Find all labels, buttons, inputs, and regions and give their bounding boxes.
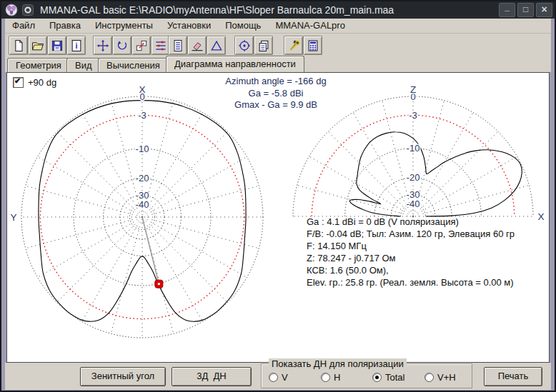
info-ga: Ga : 4.1 dBi = 0 dB (V поляризация) [307, 216, 546, 228]
tab-calculations[interactable]: Вычисления [98, 58, 169, 72]
polarization-groupbox: Показать ДН для поляризации V H Total V+… [261, 363, 472, 388]
bottom-bar: Зенитный угол 3Д ДН Показать ДН для поля… [5, 363, 551, 390]
center-view-button[interactable] [234, 36, 254, 55]
axis-label-x: X [139, 84, 145, 95]
zenith-angle-button[interactable]: Зенитный угол [80, 367, 166, 386]
rotate-icon [115, 39, 129, 53]
menu-mmana-galpro[interactable]: MMANA-GALpro [268, 19, 352, 33]
db-scale-label: -3 [409, 110, 417, 121]
elevation-pattern-curve [349, 132, 522, 216]
open-folder-icon [31, 39, 45, 53]
close-button[interactable]: × [536, 3, 552, 17]
radio-h-circle[interactable] [321, 373, 330, 382]
menu-help[interactable]: Помощь [218, 19, 268, 33]
polarization-group-label: Показать ДН для поляризации [269, 358, 407, 369]
radio-vh-label: V+H [437, 372, 456, 383]
info-button[interactable]: i [66, 36, 86, 55]
plus90-checkbox[interactable] [13, 77, 24, 88]
triangle-button[interactable] [207, 36, 226, 55]
copy-pages-icon [257, 39, 271, 53]
radio-h-label: H [334, 372, 340, 383]
eraser-icon [190, 39, 204, 53]
tab-geometry[interactable]: Геометрия [7, 58, 70, 72]
pattern-panel: +90 dg Azimuth angle = -166 dg Ga = -5.8… [6, 72, 550, 363]
minimize-button[interactable]: _ [499, 3, 515, 17]
db-scale-label: -3 [138, 110, 147, 121]
annotation-gmax: Gmax - Ga = 9.9 dB [162, 99, 390, 111]
info-frequency: F: 14.150 МГц [307, 240, 546, 252]
save-button[interactable] [47, 36, 66, 55]
info-swr: КСВ: 1.6 (50.0 Ом), [307, 264, 546, 276]
options-button[interactable] [284, 36, 303, 55]
annotation-ga: Ga = -5.8 dBi [162, 88, 390, 100]
window-frame: MMANA-GAL basic E:\RADIO\myAntenna\HF\Sl… [1, 1, 555, 391]
new-file-button[interactable] [9, 36, 28, 55]
pattern-3d-button[interactable]: 3Д ДН [172, 367, 252, 386]
calculate-button[interactable] [303, 36, 322, 55]
app-window: MMANA-GAL basic E:\RADIO\myAntenna\HF\Sl… [0, 0, 556, 392]
transform-element-button[interactable] [131, 36, 151, 55]
radio-vh[interactable]: V+H [425, 372, 456, 383]
maximize-button[interactable]: □ [517, 3, 534, 17]
open-file-button[interactable] [28, 36, 47, 55]
db-scale-label: -20 [136, 173, 149, 184]
tab-view[interactable]: Вид [66, 58, 101, 72]
azimuth-plot: 0-3-10-20-30-40XY [10, 84, 263, 338]
db-scale-label: -40 [136, 199, 149, 210]
plus90-checkbox-row[interactable]: +90 dg [13, 77, 56, 88]
annotation-azimuth: Azimuth angle = -166 dg [162, 76, 390, 88]
wire-definition-button[interactable] [168, 36, 187, 55]
transform-icon [134, 39, 149, 53]
print-button[interactable]: Печать [484, 367, 542, 386]
db-scale-label: -40 [407, 198, 420, 209]
doc-lines-icon [171, 39, 185, 53]
app-logo-icon [5, 4, 18, 16]
calculator-icon [306, 39, 320, 53]
wire-edit-icon [154, 39, 168, 53]
new-file-icon [11, 39, 26, 53]
pattern-cursor[interactable] [142, 217, 163, 288]
info-icon: i [69, 39, 84, 53]
titlebar[interactable]: MMANA-GAL basic E:\RADIO\myAntenna\HF\Sl… [1, 1, 555, 19]
menu-file[interactable]: Файл [5, 19, 42, 33]
triangle-icon [209, 39, 224, 53]
menu-tools[interactable]: Инструменты [88, 19, 160, 33]
radio-v-circle[interactable] [269, 373, 278, 382]
tab-bar: Геометрия Вид Вычисления Диаграмма напра… [5, 56, 551, 72]
info-elevation: Elev. гр.: 25.8 гр. (Реал. земля. Высота… [307, 276, 546, 288]
radio-total[interactable]: Total [372, 372, 404, 383]
menu-edit[interactable]: Правка [42, 19, 88, 33]
tools-icon [287, 39, 301, 53]
wire-edit-button[interactable] [151, 36, 170, 55]
erase-button[interactable] [187, 36, 207, 55]
radio-v[interactable]: V [269, 372, 288, 383]
window-title: MMANA-GAL basic E:\RADIO\myAntenna\HF\Sl… [40, 4, 499, 16]
info-impedance: Z: 78.247 - j0.717 Ом [307, 252, 546, 264]
antenna-info-block: Ga : 4.1 dBi = 0 dB (V поляризация) F/B:… [307, 216, 546, 288]
db-scale-label: -20 [407, 172, 420, 183]
plus90-checkbox-label: +90 dg [28, 77, 56, 88]
radio-total-label: Total [385, 372, 404, 383]
rotate-element-button[interactable] [112, 36, 131, 55]
move-arrows-icon [96, 39, 110, 53]
tab-pattern[interactable]: Диаграмма направленности [166, 56, 304, 72]
menu-bar: Файл Правка Инструменты Установки Помощь… [5, 19, 551, 34]
save-icon [50, 39, 64, 53]
toolbar: i [5, 34, 551, 56]
menu-setup[interactable]: Установки [160, 19, 218, 33]
radio-vh-circle[interactable] [425, 373, 434, 382]
radio-v-label: V [282, 372, 288, 383]
window-menu-icon[interactable] [21, 4, 34, 16]
info-fb: F/B: -0.04 dB; Тыл: Азим. 120 гр, Элевац… [307, 228, 546, 240]
db-scale-label: -10 [407, 143, 420, 154]
copy-button[interactable] [254, 36, 273, 55]
radio-h[interactable]: H [321, 372, 340, 383]
radio-total-circle[interactable] [372, 373, 382, 382]
axis-label-y: Y [10, 212, 16, 223]
move-element-button[interactable] [93, 36, 112, 55]
cursor-annotation: Azimuth angle = -166 dg Ga = -5.8 dBi Gm… [162, 76, 390, 111]
svg-text:i: i [75, 41, 77, 50]
target-icon [237, 39, 252, 53]
db-scale-label: -10 [136, 144, 149, 154]
axis-label-z: Z [410, 84, 416, 95]
